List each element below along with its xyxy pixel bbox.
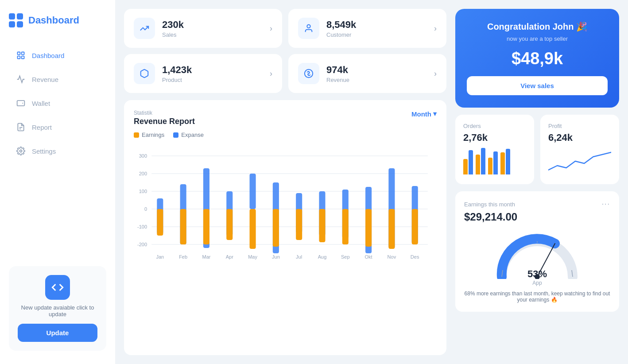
sidebar-item-settings-label: Settings <box>32 147 56 155</box>
svg-text:0: 0 <box>144 206 147 212</box>
stat-revenue-value: 974k <box>326 64 349 76</box>
svg-rect-39 <box>342 209 349 244</box>
earnings-dot <box>134 132 139 138</box>
svg-rect-1 <box>22 52 24 55</box>
sidebar-item-revenue[interactable]: Revenue <box>9 69 106 89</box>
center-column: 230k Sales › 8,549k <box>124 9 446 355</box>
gauge-percent: 53% <box>527 268 547 280</box>
sidebar-item-settings[interactable]: Settings <box>9 141 106 161</box>
chart-title: Revenue Report <box>134 117 195 126</box>
svg-text:May: May <box>248 254 257 259</box>
svg-text:Apr: Apr <box>226 254 234 259</box>
profit-label: Profit <box>548 123 611 129</box>
svg-rect-29 <box>226 209 233 240</box>
sidebar-item-report-label: Report <box>32 124 52 131</box>
congrat-subtitle: now you are a top seller <box>467 35 608 42</box>
chart-subtitle: Statistik <box>134 110 195 116</box>
sidebar-item-report[interactable]: Report <box>9 117 106 137</box>
sidebar-item-wallet-label: Wallet <box>32 100 50 107</box>
svg-rect-31 <box>250 209 256 249</box>
orders-mini-bars <box>463 148 526 174</box>
svg-rect-33 <box>273 209 279 247</box>
trend-icon <box>134 18 155 39</box>
update-button[interactable]: Update <box>18 324 97 342</box>
stat-revenue-label: Revenue <box>326 77 349 83</box>
grid-icon <box>16 50 26 60</box>
chart-legend: Earnings Expanse <box>134 132 437 138</box>
sidebar-nav: Dashboard Revenue Wallet <box>9 45 106 161</box>
mini-bar <box>493 151 498 174</box>
mini-bar <box>506 149 510 174</box>
stat-sales-chevron[interactable]: › <box>270 24 272 33</box>
main-content: 230k Sales › 8,549k <box>115 0 628 364</box>
svg-rect-4 <box>17 101 25 106</box>
bar-chart-container: 300 200 100 0 -100 -200 <box>134 143 437 267</box>
stat-card-sales: 230k Sales › <box>124 9 282 48</box>
view-sales-button[interactable]: View sales <box>467 76 608 95</box>
update-icon-wrap <box>45 275 70 300</box>
svg-text:Jun: Jun <box>272 254 280 259</box>
logo-icon <box>9 13 23 27</box>
svg-text:Des: Des <box>411 254 419 259</box>
svg-point-8 <box>307 25 310 28</box>
orders-card: Orders 2,76k <box>455 115 534 184</box>
svg-text:200: 200 <box>139 171 147 176</box>
svg-rect-35 <box>296 209 302 240</box>
chart-icon <box>16 74 26 84</box>
svg-text:300: 300 <box>139 153 147 159</box>
profit-value: 6,24k <box>548 132 611 143</box>
earnings-more-button[interactable]: ··· <box>602 200 610 208</box>
expanse-dot <box>173 132 178 138</box>
mini-bar <box>476 155 480 174</box>
svg-text:Nov: Nov <box>388 254 396 259</box>
bar-chart-svg: 300 200 100 0 -100 -200 <box>134 147 437 262</box>
orders-value: 2,76k <box>463 132 526 143</box>
stat-card-revenue: 974k Revenue › <box>288 54 446 93</box>
gauge-app-label: App <box>527 280 547 286</box>
stat-customer-value: 8,549k <box>326 19 356 31</box>
stat-revenue-info: 974k Revenue <box>326 64 349 83</box>
update-box: New update avaiable click to update Upda… <box>9 266 106 351</box>
month-filter-button[interactable]: Month ▾ <box>411 110 437 118</box>
earnings-card: Earnings this month ··· $29,214.00 <box>455 191 619 312</box>
sidebar-item-dashboard-label: Dashboard <box>32 52 64 59</box>
profit-card: Profit 6,24k <box>540 115 619 184</box>
stat-product-chevron[interactable]: › <box>270 69 272 78</box>
file-icon <box>16 122 26 132</box>
stat-revenue-chevron[interactable]: › <box>434 69 437 78</box>
sidebar-item-dashboard[interactable]: Dashboard <box>9 45 106 66</box>
wallet-icon <box>16 98 26 108</box>
svg-rect-25 <box>180 209 186 244</box>
month-filter-label: Month <box>411 110 431 118</box>
legend-expanse-label: Expanse <box>181 132 204 138</box>
chevron-down-icon: ▾ <box>433 110 437 118</box>
stat-card-product: 1,423k Product › <box>124 54 282 93</box>
mini-bar <box>488 158 492 174</box>
sidebar-logo: Dashboard <box>9 13 106 27</box>
stat-customer-info: 8,549k Customer <box>326 19 356 38</box>
mini-bar <box>463 159 468 174</box>
stat-sales-value: 230k <box>162 19 184 31</box>
svg-rect-37 <box>319 209 325 242</box>
gear-icon <box>16 146 26 156</box>
legend-expanse: Expanse <box>173 132 204 138</box>
stat-product-info: 1,423k Product <box>162 64 192 83</box>
stat-customer-chevron[interactable]: › <box>434 24 437 33</box>
stat-card-product-left: 1,423k Product <box>134 63 192 84</box>
earnings-label: Earnings this month <box>464 201 515 208</box>
svg-point-7 <box>20 150 22 152</box>
svg-text:Feb: Feb <box>179 254 187 259</box>
code-icon <box>51 281 64 294</box>
gauge-container: 53% App <box>464 230 610 286</box>
mini-bar-group-2 <box>476 148 485 174</box>
sidebar-item-wallet[interactable]: Wallet <box>9 93 106 113</box>
svg-text:Jan: Jan <box>156 254 164 259</box>
svg-rect-45 <box>412 209 418 244</box>
mini-bar <box>469 150 473 174</box>
congrat-card: Congratulation John 🎉 now you are a top … <box>455 9 619 108</box>
chart-controls: Month ▾ <box>411 110 437 118</box>
stat-card-revenue-left: 974k Revenue <box>298 63 349 84</box>
svg-rect-2 <box>18 56 20 59</box>
svg-text:-100: -100 <box>137 224 147 229</box>
mini-bar-group-4 <box>500 149 510 174</box>
